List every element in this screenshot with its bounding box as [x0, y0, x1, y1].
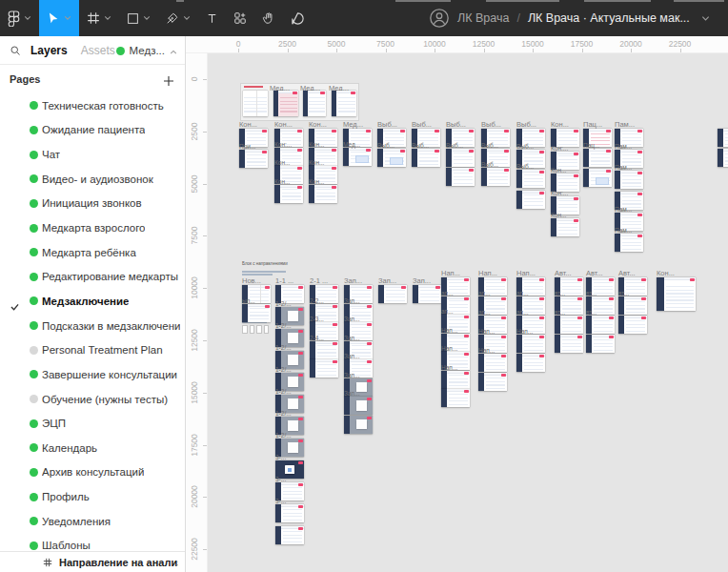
- frame-tool[interactable]: [79, 0, 119, 36]
- canvas-frame[interactable]: [310, 341, 338, 359]
- canvas-frame[interactable]: [618, 296, 647, 315]
- page-item[interactable]: Медкарта взрослого: [0, 215, 185, 240]
- page-item[interactable]: ЭЦП: [0, 411, 185, 436]
- frame-label[interactable]: Кон:...: [551, 145, 568, 152]
- page-item[interactable]: Personal Treatment Plan: [0, 337, 185, 362]
- comment-tool[interactable]: [283, 0, 313, 36]
- mini-thumbnail[interactable]: [256, 325, 262, 334]
- frame-label[interactable]: Зап...: [344, 276, 362, 285]
- frame-label[interactable]: Нап...: [441, 345, 457, 352]
- page-item[interactable]: Техническая готовность: [0, 93, 185, 118]
- chevron-down-icon[interactable]: [701, 15, 710, 22]
- frame-label[interactable]: Авт...: [586, 269, 603, 277]
- frame-label[interactable]: вт...: [555, 309, 565, 316]
- canvas-frame[interactable]: [377, 149, 406, 167]
- canvas-frame[interactable]: [275, 504, 304, 522]
- frame-label[interactable]: Зап...: [344, 372, 359, 378]
- breadcrumb-file-name[interactable]: ЛК Врача · Актуальные мак...: [528, 11, 690, 25]
- canvas-frame[interactable]: [516, 170, 545, 188]
- frame-label[interactable]: 3-...: [275, 498, 286, 504]
- canvas-frame[interactable]: [378, 285, 407, 303]
- tab-assets[interactable]: Assets: [81, 44, 115, 57]
- frame-label[interactable]: Зап...: [344, 390, 359, 397]
- frame-label[interactable]: Пац...: [583, 120, 602, 129]
- search-icon[interactable]: [10, 45, 21, 56]
- page-item[interactable]: Завершение консультации: [0, 362, 185, 387]
- canvas-frame[interactable]: [310, 359, 338, 378]
- canvas-frame[interactable]: [303, 91, 326, 116]
- frame-label[interactable]: Мед...: [343, 120, 363, 129]
- frame-label[interactable]: Пам...: [615, 120, 635, 129]
- page-item[interactable]: Инициация звонков: [0, 192, 185, 216]
- frame-label[interactable]: Зап...: [344, 335, 359, 341]
- frame-label[interactable]: Нап...: [516, 269, 536, 277]
- frame-label[interactable]: Выб...: [481, 161, 498, 168]
- chevron-down-icon[interactable]: [143, 15, 151, 21]
- current-page-dropdown[interactable]: Медз...: [116, 36, 177, 65]
- canvas-frame[interactable]: [344, 397, 373, 415]
- canvas-frame[interactable]: [441, 389, 470, 407]
- canvas-frame[interactable]: [555, 335, 583, 353]
- frame-label[interactable]: ап...: [478, 290, 491, 296]
- frame-label[interactable]: Кон...: [551, 120, 569, 129]
- add-page-button[interactable]: [163, 73, 174, 91]
- frame-label[interactable]: Пам...: [615, 206, 632, 213]
- canvas-frame[interactable]: [551, 218, 579, 236]
- page-item[interactable]: Обучение (нужны тесты): [0, 387, 185, 412]
- frame-label[interactable]: 1-2/...: [275, 410, 292, 417]
- frame-label[interactable]: Нов...: [242, 276, 261, 285]
- page-item[interactable]: Шаблоны: [0, 534, 185, 551]
- frame-label[interactable]: Нап...: [441, 327, 457, 334]
- canvas-frame[interactable]: [516, 191, 545, 209]
- page-item[interactable]: Уведомления: [0, 509, 185, 534]
- frame-label[interactable]: ап...: [516, 290, 529, 296]
- canvas-frame[interactable]: [242, 304, 271, 322]
- canvas-frame[interactable]: [332, 91, 356, 116]
- frame-label[interactable]: Кон...: [309, 159, 324, 166]
- shape-tool[interactable]: [119, 0, 158, 36]
- frame-label[interactable]: 2-1 ...: [310, 276, 328, 285]
- canvas-frame[interactable]: [516, 335, 545, 353]
- frame-label[interactable]: 2-4...: [310, 335, 324, 341]
- chevron-down-icon[interactable]: [64, 15, 71, 21]
- page-item[interactable]: Медзаключение: [0, 289, 185, 314]
- chevron-down-icon[interactable]: [183, 15, 191, 21]
- chevron-up-icon[interactable]: [170, 42, 177, 59]
- frame-label[interactable]: Мед...: [343, 141, 360, 148]
- frame-label[interactable]: ап...: [441, 290, 454, 296]
- canvas-frame[interactable]: [441, 371, 470, 389]
- frame-label[interactable]: Зап...: [413, 276, 431, 285]
- selected-frame-row[interactable]: Направление на анализы · Старт...: [0, 551, 185, 572]
- frame-label[interactable]: Пам...: [615, 227, 632, 234]
- frame-label[interactable]: Выб...: [377, 142, 394, 149]
- page-item[interactable]: Редактирование медкарты ...: [0, 264, 185, 289]
- frame-label[interactable]: Кон...: [551, 212, 566, 218]
- frame-label[interactable]: Выб...: [412, 120, 432, 129]
- canvas-frame[interactable]: [615, 234, 643, 252]
- main-menu[interactable]: [0, 0, 39, 36]
- frame-label[interactable]: При...: [239, 143, 255, 150]
- frame-label[interactable]: Зап...: [344, 297, 359, 304]
- frame-label[interactable]: Пам...: [615, 164, 632, 171]
- canvas-frame[interactable]: [718, 149, 728, 167]
- frame-label[interactable]: Выб...: [412, 142, 429, 149]
- page-item[interactable]: Архив консультаций: [0, 460, 185, 485]
- frame-label[interactable]: Пам...: [615, 143, 632, 150]
- frame-label[interactable]: Зап...: [344, 316, 359, 322]
- frame-label[interactable]: вт...: [586, 290, 597, 296]
- chevron-down-icon[interactable]: [104, 15, 111, 21]
- frame-label[interactable]: ап...: [441, 308, 454, 315]
- mini-thumbnail[interactable]: [264, 325, 270, 334]
- frame-label[interactable]: ып...: [242, 297, 255, 304]
- frame-label[interactable]: Авт...: [555, 269, 572, 277]
- frame-label[interactable]: Кон...: [551, 167, 566, 174]
- canvas-frame[interactable]: [344, 416, 373, 434]
- canvas-frame[interactable]: [718, 129, 728, 147]
- frame-label[interactable]: Кон...: [239, 120, 257, 129]
- canvas-frame[interactable]: [446, 149, 475, 167]
- canvas-frame[interactable]: [274, 185, 303, 203]
- page-item[interactable]: Чат: [0, 142, 185, 167]
- canvas-frame[interactable]: [273, 91, 298, 116]
- chevron-down-icon[interactable]: [24, 15, 31, 21]
- canvas-frame[interactable]: [478, 354, 507, 372]
